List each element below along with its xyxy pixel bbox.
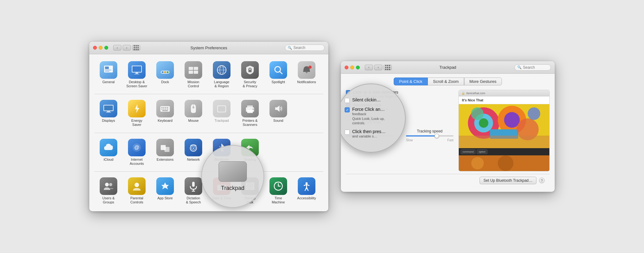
search-icon: 🔍 — [288, 46, 292, 50]
tab-more-gestures[interactable]: More Gestures — [464, 78, 502, 85]
preview-keyboard-row: command option — [459, 148, 549, 155]
tracking-slider-sublabels: Slow Fast — [406, 138, 453, 142]
trackpad-search-bar[interactable]: 🔍 — [514, 64, 551, 71]
printers-icon — [241, 100, 259, 117]
window-title: System Preferences — [190, 46, 227, 50]
traffic-lights — [93, 46, 108, 50]
pref-displays[interactable]: Displays — [94, 98, 123, 129]
grid-view-button[interactable] — [132, 45, 140, 51]
pref-spotlight[interactable]: Spotlight — [264, 59, 292, 90]
network-icon — [185, 139, 202, 156]
tracking-slider-track[interactable] — [406, 135, 453, 137]
desktop-label: Desktop &Screen Saver — [126, 80, 147, 88]
system-preferences-window: ‹ › System Preferences 🔍 General — [89, 42, 328, 212]
search-bar[interactable]: 🔍 — [285, 45, 325, 51]
svg-point-90 — [471, 157, 484, 170]
pref-language[interactable]: Language& Region — [208, 59, 236, 90]
back-button[interactable]: ‹ — [113, 45, 121, 51]
pref-security[interactable]: Security& Privacy — [236, 59, 264, 90]
svg-text:@: @ — [134, 145, 139, 150]
pref-printers[interactable]: Printers &Scanners — [236, 98, 264, 129]
tab-scroll-zoom[interactable]: Scroll & Zoom — [428, 78, 464, 85]
search-input[interactable] — [293, 46, 322, 50]
pref-energy[interactable]: EnergySaver — [123, 98, 151, 129]
pref-notifications[interactable]: Notifications — [292, 59, 321, 90]
mag-clickpress-box[interactable] — [345, 130, 350, 135]
maximize-button[interactable] — [104, 46, 108, 50]
pref-internet[interactable]: @ InternetAccounts — [123, 137, 151, 168]
trackpad-circle-label: Trackpad — [221, 185, 244, 191]
browser-url-icon: 🔒 — [461, 91, 465, 95]
command-key: command — [461, 149, 475, 154]
pref-users[interactable]: Users &Groups — [94, 175, 123, 206]
mag-silent-title: Silent clickin… — [352, 97, 381, 102]
trackpad-grid-button[interactable] — [384, 65, 392, 70]
svg-point-91 — [498, 155, 514, 171]
svg-point-60 — [105, 183, 109, 186]
pref-sound[interactable]: Sound — [264, 98, 292, 129]
svg-rect-36 — [161, 109, 163, 110]
pref-parental[interactable]: ParentalControls — [123, 175, 151, 206]
trackpad-icon — [213, 100, 230, 117]
pref-mouse[interactable]: Mouse — [179, 98, 208, 129]
trackpad-minimize-button[interactable] — [350, 66, 354, 69]
mission-label: MissionControl — [187, 80, 199, 88]
forward-button[interactable]: › — [123, 45, 131, 51]
svg-point-81 — [479, 118, 488, 128]
svg-point-26 — [308, 66, 312, 69]
trackpad-window: ‹ › Trackpad 🔍 Point & Click Scroll & Zo… — [341, 61, 555, 192]
svg-rect-88 — [459, 136, 549, 148]
icloud-icon — [100, 139, 117, 156]
timemachine-icon — [269, 177, 287, 195]
preview-site-header: It's Nice That — [459, 96, 549, 104]
pref-extensions[interactable]: Extensions — [151, 137, 179, 168]
svg-rect-39 — [167, 109, 168, 110]
keyboard-icon — [156, 100, 174, 117]
mag-clickpress-subtitle: and variable s… — [352, 134, 386, 138]
setup-bluetooth-button[interactable]: Set Up Bluetooth Trackpad… — [480, 177, 536, 184]
mag-forceclick-title: Force Click an… — [352, 107, 385, 112]
pref-dock[interactable]: Dock — [151, 59, 179, 90]
minimize-button[interactable] — [99, 46, 103, 50]
mag-clickpress-text: Click then pres… and variable s… — [352, 129, 386, 138]
pref-general[interactable]: General — [94, 59, 123, 90]
mag-silent-box[interactable] — [345, 98, 350, 103]
trackpad-search-input[interactable] — [523, 65, 548, 70]
preview-browser-bar: 🔒 itsnicethat.com — [459, 90, 549, 96]
trackpad-nav-buttons: ‹ › — [365, 65, 382, 70]
mouse-icon — [185, 100, 202, 117]
svg-point-85 — [471, 107, 484, 120]
tracking-slider-thumb[interactable] — [435, 134, 439, 138]
pref-desktop[interactable]: Desktop &Screen Saver — [123, 59, 151, 90]
pref-accessibility[interactable]: Accessibility — [292, 175, 321, 206]
desktop-icon — [128, 61, 146, 79]
trackpad-bottom-bar: Set Up Bluetooth Trackpad… ? — [346, 174, 550, 187]
accessibility-label: Accessibility — [297, 196, 316, 200]
trackpad-maximize-button[interactable] — [356, 66, 360, 69]
pref-icloud[interactable]: iCloud — [94, 137, 123, 168]
pref-trackpad[interactable]: Trackpad — [208, 98, 236, 129]
svg-rect-37 — [163, 109, 164, 110]
pref-network[interactable]: Network — [179, 137, 208, 168]
svg-point-87 — [528, 107, 540, 120]
svg-marker-49 — [275, 105, 280, 112]
notifications-icon — [298, 61, 315, 79]
svg-rect-1 — [105, 67, 109, 69]
users-icon — [100, 177, 117, 195]
pref-mission[interactable]: MissionControl — [179, 59, 208, 90]
printers-label: Printers &Scanners — [242, 119, 258, 127]
mag-forceclick-box[interactable] — [345, 107, 350, 112]
close-button[interactable] — [93, 46, 97, 50]
help-button[interactable]: ? — [539, 178, 545, 183]
pref-keyboard[interactable]: Keyboard — [151, 98, 179, 129]
svg-rect-15 — [194, 71, 198, 74]
trackpad-back-button[interactable]: ‹ — [365, 65, 373, 70]
pref-appstore[interactable]: App Store — [151, 175, 179, 206]
pref-timemachine[interactable]: TimeMachine — [264, 175, 292, 206]
tab-point-click[interactable]: Point & Click — [394, 78, 428, 85]
svg-rect-6 — [136, 73, 138, 74]
trackpad-forward-button[interactable]: › — [374, 65, 382, 70]
sound-icon — [269, 100, 287, 117]
svg-rect-47 — [247, 110, 253, 113]
trackpad-close-button[interactable] — [345, 66, 348, 69]
